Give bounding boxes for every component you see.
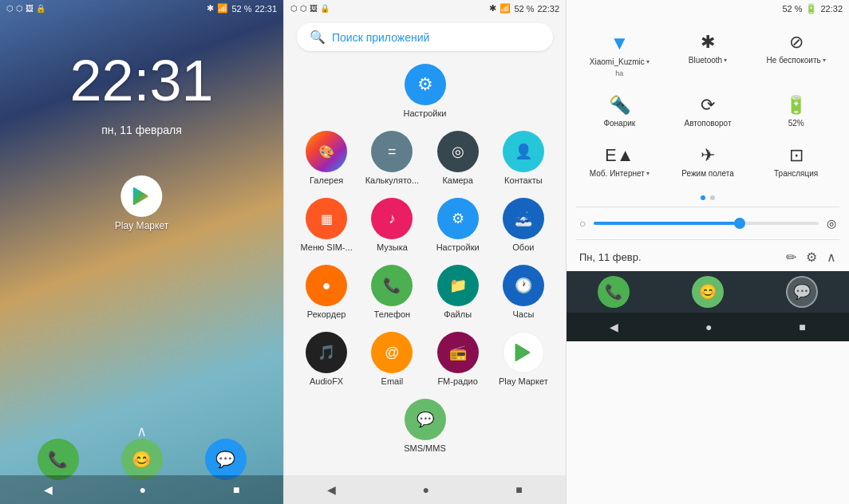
qs-nav-bar: ◀ ● ■ bbox=[567, 313, 849, 341]
dock-contacts-icon[interactable]: 😊 bbox=[121, 439, 163, 480]
edit-icon[interactable]: ✏ bbox=[786, 250, 796, 265]
qs-bottom-strip: 📞 😊 💬 bbox=[567, 271, 849, 313]
cast-icon: ⊡ bbox=[789, 145, 804, 166]
collapse-icon[interactable]: ∧ bbox=[827, 250, 836, 265]
app-contacts[interactable]: 👤 Контакты bbox=[496, 131, 551, 185]
brightness-slider-row: ○ ◎ bbox=[567, 211, 849, 236]
dnd-label: Не беспокоить bbox=[767, 56, 821, 65]
drawer-sim-icon: ⬡ bbox=[290, 4, 298, 13]
apps-row-1: ⚙ Настройки bbox=[294, 64, 556, 118]
app-wallpaper[interactable]: 🗻 Обои bbox=[496, 198, 551, 252]
apps-row-2: 🎨 Галерея = Калькулято... ◎ Камера 👤 bbox=[294, 131, 556, 185]
qs-dock-messages[interactable]: 💬 bbox=[786, 276, 818, 308]
dock-phone-icon[interactable]: 📞 bbox=[38, 439, 79, 480]
settings-qs-icon[interactable]: ⚙ bbox=[806, 250, 817, 265]
qs-dock-contacts[interactable]: 😊 bbox=[692, 276, 724, 308]
drawer-home-button[interactable]: ● bbox=[423, 483, 429, 496]
clock-icon: 🕐 bbox=[503, 265, 544, 306]
qs-airplane-tile[interactable]: ✈ Режим полета bbox=[665, 137, 752, 186]
drawer-image-icon: 🖼 bbox=[310, 4, 318, 13]
sms-icon: 💬 bbox=[405, 399, 446, 440]
qs-cast-tile[interactable]: ⊡ Трансляция bbox=[752, 137, 839, 186]
dot-1 bbox=[701, 195, 705, 200]
bluetooth-label: Bluetooth bbox=[689, 56, 722, 65]
battery-pct-label: 52% bbox=[788, 119, 804, 128]
drawer-recents-button[interactable]: ■ bbox=[515, 483, 522, 496]
app-settings[interactable]: ⚙ Настройки bbox=[397, 64, 453, 118]
qs-dock-phone[interactable]: 📞 bbox=[598, 276, 630, 308]
contacts-glyph: 😊 bbox=[132, 450, 152, 469]
app-calc[interactable]: = Калькулято... bbox=[364, 131, 420, 185]
qs-phone-glyph: 📞 bbox=[605, 283, 622, 301]
contacts-icon: 👤 bbox=[503, 131, 544, 172]
app-search-bar[interactable]: 🔍 Поиск приложений bbox=[297, 23, 553, 51]
search-label: Поиск приложений bbox=[332, 31, 429, 44]
home-button[interactable]: ● bbox=[140, 483, 146, 496]
back-button[interactable]: ◀ bbox=[44, 483, 53, 496]
messages-glyph: 💬 bbox=[215, 450, 235, 469]
playmarket-label: Play Маркет bbox=[499, 376, 548, 386]
app-email[interactable]: @ Email bbox=[364, 332, 420, 386]
flashlight-label: Фонарик bbox=[603, 119, 635, 128]
app-settings2[interactable]: ⚙ Настройки bbox=[430, 198, 486, 252]
lock-nav-bar: ◀ ● ■ bbox=[0, 475, 283, 504]
qs-divider-1 bbox=[576, 207, 839, 207]
phone-app-icon: 📞 bbox=[371, 265, 413, 306]
camera-icon: ◎ bbox=[437, 131, 479, 172]
drawer-back-button[interactable]: ◀ bbox=[327, 483, 336, 496]
email-label: Email bbox=[381, 376, 404, 386]
qs-flashlight-tile[interactable]: 🔦 Фонарик bbox=[576, 87, 663, 136]
app-recorder[interactable]: ● Рекордер bbox=[298, 265, 354, 319]
wifi-label: Xiaomi_Kuzmic bbox=[590, 57, 645, 66]
bluetooth-chevron: ▾ bbox=[724, 57, 727, 64]
app-clock[interactable]: 🕐 Часы bbox=[496, 265, 551, 319]
files-icon: 📁 bbox=[437, 265, 479, 306]
app-sms[interactable]: 💬 SMS/MMS bbox=[397, 399, 453, 453]
qs-action-icons: ✏ ⚙ ∧ bbox=[786, 250, 836, 265]
qs-battery-tile[interactable]: 🔋 52% bbox=[752, 87, 839, 136]
play-market-shortcut[interactable]: Play Маркет bbox=[115, 175, 168, 231]
brightness-track[interactable] bbox=[594, 222, 819, 225]
app-playmarket[interactable]: Play Маркет bbox=[496, 332, 551, 386]
app-music[interactable]: ♪ Музыка bbox=[364, 198, 420, 252]
qs-back-button[interactable]: ◀ bbox=[610, 321, 618, 333]
search-icon: 🔍 bbox=[310, 30, 326, 45]
clock-label: Часы bbox=[512, 309, 534, 319]
lock-icon: 🔒 bbox=[36, 4, 45, 13]
qs-time: 22:32 bbox=[820, 4, 843, 14]
qs-status-bar: 52 % 🔋 22:32 bbox=[567, 0, 849, 18]
qs-bluetooth-tile[interactable]: ✱ Bluetooth ▾ bbox=[665, 24, 752, 85]
wallpaper-icon: 🗻 bbox=[503, 198, 544, 239]
drawer-nav-bar: ◀ ● ■ bbox=[284, 475, 566, 504]
qs-wifi-tile[interactable]: ▼ Xiaomi_Kuzmic ▾ ha bbox=[576, 24, 663, 85]
qs-recents-button[interactable]: ■ bbox=[799, 321, 805, 333]
flashlight-icon: 🔦 bbox=[609, 95, 630, 116]
fm-icon: 📻 bbox=[437, 332, 479, 373]
app-camera[interactable]: ◎ Камера bbox=[430, 131, 486, 185]
qs-dnd-tile[interactable]: ⊘ Не беспокоить ▾ bbox=[752, 24, 839, 85]
qs-rotate-tile[interactable]: ⟳ Автоповорот bbox=[665, 87, 752, 136]
app-sim[interactable]: ▦ Меню SIM-... bbox=[298, 198, 354, 252]
qs-data-tile[interactable]: E▲ Моб. Интернет ▾ bbox=[576, 137, 663, 186]
apps-grid: ⚙ Настройки 🎨 Галерея = Калькулято... bbox=[284, 57, 566, 475]
dnd-chevron: ▾ bbox=[823, 57, 826, 64]
dock-messages-icon[interactable]: 💬 bbox=[205, 439, 247, 480]
drawer-shield-icon: ⬡ bbox=[300, 4, 307, 13]
drawer-lock-icon: 🔒 bbox=[320, 4, 330, 13]
fm-label: FM-радио bbox=[437, 376, 477, 386]
app-audiofx[interactable]: 🎵 AudioFX bbox=[298, 332, 354, 386]
lock-status-right: ✱ 📶 52 % 22:31 bbox=[207, 3, 277, 14]
lock-clock: 22:31 bbox=[0, 48, 283, 113]
qs-home-button[interactable]: ● bbox=[705, 321, 712, 333]
settings2-label: Настройки bbox=[436, 242, 480, 252]
qs-tiles-grid: ▼ Xiaomi_Kuzmic ▾ ha ✱ Bluetooth ▾ ⊘ Не … bbox=[567, 18, 849, 192]
recents-button[interactable]: ■ bbox=[233, 483, 239, 496]
app-files[interactable]: 📁 Файлы bbox=[430, 265, 486, 319]
qs-divider-2 bbox=[576, 239, 839, 240]
data-icon: E▲ bbox=[605, 145, 634, 166]
app-phone[interactable]: 📞 Телефон bbox=[364, 265, 420, 319]
app-gallery[interactable]: 🎨 Галерея bbox=[298, 131, 354, 185]
drawer-status-right: ✱ 📶 52 % 22:32 bbox=[489, 3, 559, 14]
recorder-icon: ● bbox=[306, 265, 347, 306]
app-fm[interactable]: 📻 FM-радио bbox=[430, 332, 486, 386]
